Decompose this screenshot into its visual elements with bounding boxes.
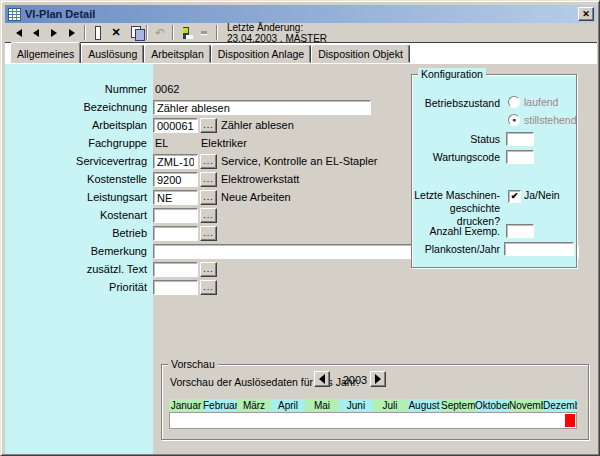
window-title: VI-Plan Detail — [25, 8, 578, 20]
kostenstelle-desc: Elektrowerkstatt — [221, 172, 299, 187]
kostenart-input[interactable] — [153, 208, 198, 223]
nummer-label: Nummer — [5, 82, 147, 97]
janein-checkbox[interactable]: ✔ — [508, 190, 521, 203]
fachgruppe-label: Fachgruppe — [5, 136, 147, 151]
arbeitsplan-lookup-button[interactable]: ... — [200, 118, 217, 133]
betrieb-label: Betrieb — [5, 226, 147, 241]
anzahl-exemp-input[interactable] — [506, 224, 534, 238]
zusaetzl-text-lookup-button[interactable]: ... — [200, 262, 217, 277]
fachgruppe-value: EL — [155, 136, 168, 151]
status-label: Status — [412, 133, 500, 146]
status-input[interactable] — [506, 132, 534, 146]
vorschau-legend: Vorschau — [168, 358, 218, 370]
month-header: Juli — [373, 399, 407, 412]
next-record-icon — [51, 29, 57, 37]
save-button[interactable] — [177, 24, 195, 41]
tab-disposition-objekt[interactable]: Disposition Objekt — [311, 44, 410, 63]
servicevertrag-label: Servicevertrag — [5, 154, 147, 169]
first-record-button[interactable] — [9, 24, 27, 41]
arbeitsplan-desc: Zähler ablesen — [221, 118, 294, 133]
bezeichnung-input[interactable] — [153, 100, 371, 115]
laufend-radio-label: laufend — [524, 96, 558, 108]
month-header: Mai — [305, 399, 339, 412]
new-document-icon — [95, 26, 101, 40]
last-change-value: 23.04.2003 , MASTER — [227, 33, 327, 44]
delete-record-button[interactable]: ✕ — [107, 24, 125, 41]
kostenart-lookup-button[interactable]: ... — [200, 208, 217, 223]
kostenstelle-lookup-button[interactable]: ... — [200, 172, 217, 187]
betrieb-lookup-button[interactable]: ... — [200, 226, 217, 241]
month-header: April — [271, 399, 305, 412]
laufend-radio[interactable] — [508, 96, 520, 108]
year-previous-button[interactable] — [314, 371, 330, 387]
kostenart-label: Kostenart — [5, 208, 147, 223]
servicevertrag-input[interactable] — [153, 154, 198, 169]
bemerkung-label: Bemerkung — [5, 244, 147, 259]
tab-ausloesung[interactable]: Auslösung — [81, 44, 144, 63]
chevron-left-icon — [319, 374, 325, 384]
zusaetzl-text-input[interactable] — [153, 262, 198, 277]
stillstehend-radio[interactable]: ● — [508, 114, 520, 126]
anzahl-exemp-label: Anzahl Exemp. — [412, 225, 500, 238]
nummer-value: 0062 — [155, 82, 179, 97]
month-header: Juni — [339, 399, 373, 412]
month-header: Dezemb. — [543, 399, 577, 412]
servicevertrag-lookup-button[interactable]: ... — [200, 154, 217, 169]
last-record-icon — [69, 29, 75, 37]
leistungsart-desc: Neue Arbeiten — [221, 190, 291, 205]
app-icon — [8, 8, 21, 21]
undo-icon: ↶ — [155, 27, 165, 39]
new-record-button[interactable] — [89, 24, 107, 41]
tab-allgemeines[interactable]: Allgemeines — [10, 42, 81, 63]
konfiguration-legend: Konfiguration — [418, 68, 486, 80]
tab-strip: Allgemeines Auslösung Arbeitsplan Dispos… — [5, 43, 597, 63]
arbeitsplan-input[interactable] — [153, 118, 198, 133]
last-change-label: Letzte Änderung: — [227, 22, 327, 33]
leistungsart-lookup-button[interactable]: ... — [200, 190, 217, 205]
month-header: Septemb. — [441, 399, 475, 412]
next-record-button[interactable] — [45, 24, 63, 41]
bezeichnung-label: Bezeichnung — [5, 100, 147, 115]
plankosten-label: Plankosten/Jahr — [412, 243, 500, 256]
month-header: Januar — [169, 399, 203, 412]
previous-record-icon — [33, 29, 39, 37]
betrieb-input[interactable] — [153, 226, 198, 241]
december-highlight-cell — [565, 414, 575, 427]
copy-record-button[interactable] — [125, 24, 143, 41]
month-header-row: Januar Februar März April Mai Juni Juli … — [169, 399, 577, 412]
toolbar-separator — [84, 25, 86, 40]
vorschau-data-row — [169, 412, 577, 429]
close-icon[interactable]: ✕ — [578, 7, 594, 21]
title-bar: VI-Plan Detail ✕ — [5, 5, 597, 23]
stillstehend-radio-label: stillstehend — [524, 114, 577, 126]
undo-button[interactable]: ↶ — [151, 24, 169, 41]
servicevertrag-desc: Service, Kontrolle an EL-Stapler — [221, 154, 378, 169]
year-value: 2003 — [340, 374, 370, 386]
leistungsart-input[interactable] — [153, 190, 198, 205]
vi-plan-detail-window: VI-Plan Detail ✕ ✕ ↶ Letzte Änderung: 23… — [0, 0, 600, 456]
prioritaet-lookup-button[interactable]: ... — [200, 280, 217, 295]
wartungscode-label: Wartungscode — [412, 151, 500, 164]
previous-record-button[interactable] — [27, 24, 45, 41]
vorschau-groupbox: Vorschau Vorschau der Auslösedaten für d… — [161, 364, 589, 440]
toolbar-separator — [146, 25, 148, 40]
kostenstelle-label: Kostenstelle — [5, 172, 147, 187]
month-header: März — [237, 399, 271, 412]
tab-arbeitsplan[interactable]: Arbeitsplan — [144, 44, 211, 63]
remove-button[interactable] — [195, 24, 213, 41]
chevron-right-icon — [375, 374, 381, 384]
leistungsart-label: Leistungsart — [5, 190, 147, 205]
kostenstelle-input[interactable] — [153, 172, 198, 187]
month-header: Oktober — [475, 399, 509, 412]
last-record-button[interactable] — [63, 24, 81, 41]
wartungscode-input[interactable] — [506, 150, 534, 164]
plankosten-input[interactable] — [504, 242, 574, 256]
zusaetzl-text-label: zusätzl. Text — [5, 262, 147, 277]
year-next-button[interactable] — [370, 371, 386, 387]
prioritaet-input[interactable] — [153, 280, 198, 295]
tab-disposition-anlage[interactable]: Disposition Anlage — [211, 44, 311, 63]
arbeitsplan-label: Arbeitsplan — [5, 118, 147, 133]
copy-icon — [131, 26, 137, 39]
toolbar-separator — [216, 25, 218, 40]
minus-icon — [201, 31, 207, 35]
